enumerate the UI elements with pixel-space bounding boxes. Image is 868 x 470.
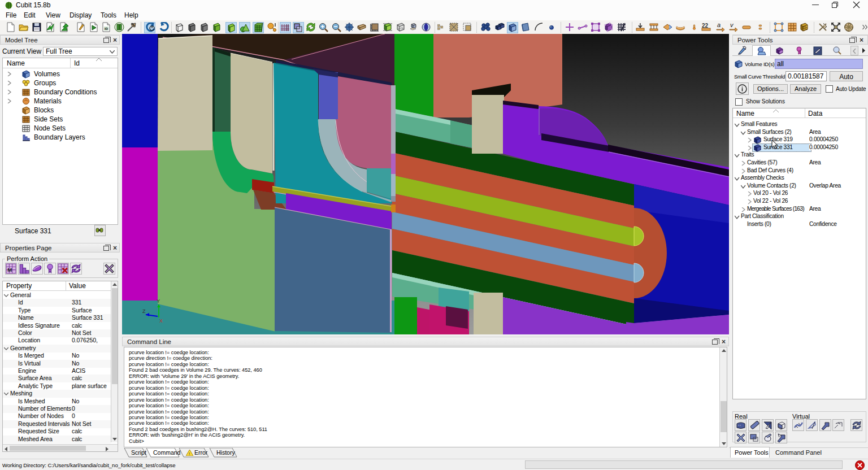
svg-text:X: X xyxy=(159,318,163,324)
svg-text:22: 22 xyxy=(702,23,709,29)
svg-text:Z: Z xyxy=(142,308,146,314)
svg-text:!: ! xyxy=(189,451,190,456)
svg-text:a: a xyxy=(717,22,721,28)
svg-text:Y: Y xyxy=(157,298,160,304)
svg-text:v: v xyxy=(730,22,734,28)
svg-text:M: M xyxy=(7,267,12,273)
svg-text:ID: ID xyxy=(105,27,108,31)
